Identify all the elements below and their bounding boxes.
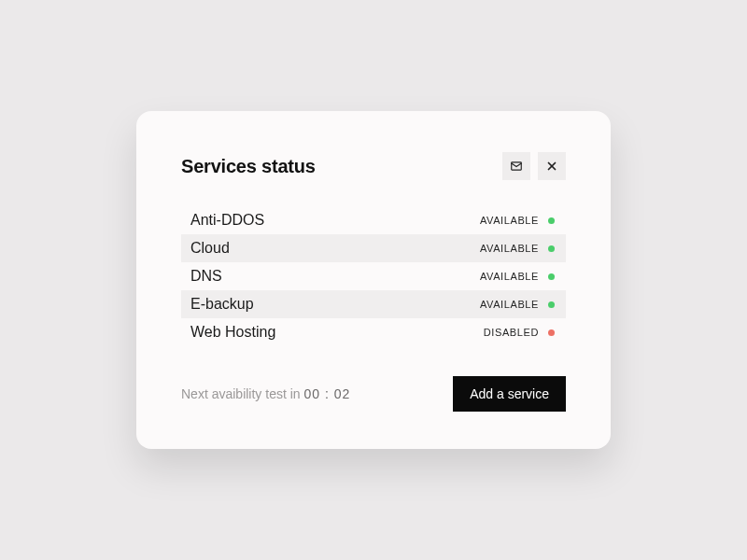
status-label: AVAILABLE: [480, 243, 539, 254]
header-actions: [502, 152, 566, 180]
service-name: E-backup: [190, 296, 254, 313]
card-title: Services status: [181, 156, 316, 177]
service-row: Anti-DDOS AVAILABLE: [181, 206, 566, 234]
mail-icon: [510, 160, 523, 173]
countdown-label: Next avaibility test in: [181, 386, 304, 401]
service-row: DNS AVAILABLE: [181, 262, 566, 290]
status-dot-available: [548, 301, 555, 308]
service-name: DNS: [190, 268, 222, 285]
service-name: Cloud: [190, 240, 230, 257]
close-button[interactable]: [538, 152, 566, 180]
card-footer: Next avaibility test in 00 : 02 Add a se…: [181, 376, 566, 412]
status-label: AVAILABLE: [480, 299, 539, 310]
status-dot-disabled: [548, 329, 555, 336]
mail-button[interactable]: [502, 152, 530, 180]
service-status: DISABLED: [484, 327, 555, 338]
service-status: AVAILABLE: [480, 243, 555, 254]
service-row: E-backup AVAILABLE: [181, 290, 566, 318]
service-list: Anti-DDOS AVAILABLE Cloud AVAILABLE DNS …: [181, 206, 566, 346]
status-dot-available: [548, 273, 555, 280]
service-name: Anti-DDOS: [190, 212, 264, 229]
service-name: Web Hosting: [190, 324, 275, 341]
close-icon: [545, 160, 558, 173]
service-status: AVAILABLE: [480, 299, 555, 310]
status-label: AVAILABLE: [480, 215, 539, 226]
status-dot-available: [548, 217, 555, 224]
service-row: Web Hosting DISABLED: [181, 318, 566, 346]
status-label: DISABLED: [484, 327, 539, 338]
services-status-card: Services status Anti-DDOS AVAILABLE: [136, 111, 611, 449]
service-row: Cloud AVAILABLE: [181, 234, 566, 262]
card-header: Services status: [181, 152, 566, 180]
service-status: AVAILABLE: [480, 215, 555, 226]
add-service-button[interactable]: Add a service: [453, 376, 566, 412]
service-status: AVAILABLE: [480, 271, 555, 282]
status-label: AVAILABLE: [480, 271, 539, 282]
countdown: Next avaibility test in 00 : 02: [181, 385, 350, 402]
countdown-time: 00 : 02: [304, 386, 351, 401]
status-dot-available: [548, 245, 555, 252]
